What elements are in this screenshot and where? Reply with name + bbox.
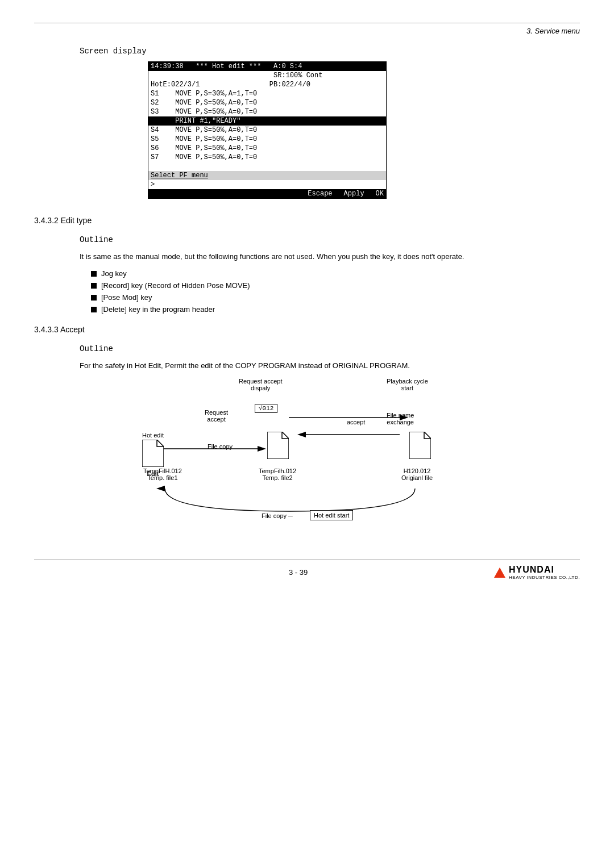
arrow-file-name-exchange — [289, 429, 411, 440]
section-343-title: 3.4.3.3 Accept — [34, 325, 580, 334]
request-accept-display-label: Request acceptdispaly — [239, 378, 282, 391]
ok-label: OK — [376, 190, 384, 198]
page-footer: 3 - 39 HYUNDAI HEAVY INDUSTRIES CO.,LTD. — [34, 565, 580, 580]
apply-label: Apply — [344, 190, 364, 198]
logo-name: HYUNDAI — [509, 565, 554, 574]
screen-row-s5: S5 MOVE P,S=50%,A=0,T=0 — [148, 135, 386, 144]
screen-row-s6: S6 MOVE P,S=50%,A=0,T=0 — [148, 144, 386, 153]
request-accept-label: Requestaccept — [205, 409, 228, 423]
arrow-bottom-curve — [154, 483, 426, 517]
arrow-file-copy1 — [164, 443, 269, 454]
temp1-file-icon — [267, 432, 289, 459]
bullet-text-record: [Record] key (Record of Hidden Pose MOVE… — [101, 281, 250, 290]
bullet-item-record: [Record] key (Record of Hidden Pose MOVE… — [91, 281, 580, 290]
svg-marker-4 — [258, 446, 266, 452]
screen-display-label: Screen display — [80, 47, 580, 56]
escape-label: Escape — [308, 190, 332, 198]
original-file-icon — [409, 432, 431, 459]
screen-row-s3: S3 MOVE P,S=50%,A=0,T=0 — [148, 107, 386, 116]
bullet-item-delete: [Delete] key in the program header — [91, 305, 580, 314]
logo-area: HYUNDAI HEAVY INDUSTRIES CO.,LTD. — [494, 565, 580, 580]
bullet-item-pose: [Pose Mod] key — [91, 293, 580, 302]
screen-row-2: HotE:022/3/1 PB:022/4/0 — [148, 80, 386, 89]
bullet-square-delete — [91, 307, 97, 312]
hot-edit-label: Hot edit — [142, 432, 164, 439]
screen-row-print: PRINT #1,"READY" — [148, 116, 386, 126]
bullet-square-pose — [91, 295, 97, 301]
outline-343-label: Outline — [80, 344, 580, 353]
svg-marker-9 — [156, 486, 165, 491]
screen-row-s4: S4 MOVE P,S=50%,A=0,T=0 — [148, 126, 386, 135]
original-bottom-label: H120.012Origianl file — [401, 468, 433, 481]
screen-row-1: SR:100% Cont — [148, 71, 386, 80]
bullet-square-record — [91, 283, 97, 289]
bullet-text-pose: [Pose Mod] key — [101, 293, 152, 302]
bullet-text-delete: [Delete] key in the program header — [101, 305, 215, 314]
section-342-body: It is same as the manual mode, but the f… — [80, 251, 580, 262]
section-343-body: For the safety in Hot Edit, Permit the e… — [80, 360, 580, 372]
screen-row-s7: S7 MOVE P,S=50%,A=0,T=0 — [148, 153, 386, 162]
bullet-square-jog — [91, 271, 97, 277]
original-group — [409, 432, 431, 461]
hot-edit-file-icon — [142, 440, 164, 467]
temp2-bottom-label: TempFilh.012Temp. file2 — [259, 468, 296, 481]
svg-marker-2 — [409, 432, 431, 459]
file-copy2-label: File copy ─ — [262, 512, 293, 519]
svg-marker-8 — [400, 415, 408, 420]
temp1-group — [267, 432, 289, 461]
screen-row-blank — [148, 162, 386, 171]
screen-row-s2: S2 MOVE P,S=50%,A=0,T=0 — [148, 98, 386, 107]
diagram: Hot edit Edit Request acceptdispaly — [108, 378, 506, 542]
top-rule — [34, 23, 580, 23]
bullet-item-jog: Jog key — [91, 269, 580, 278]
screen-row-s1: S1 MOVE P,S=30%,A=1,T=0 — [148, 89, 386, 98]
arrow-accept — [289, 412, 411, 423]
svg-marker-6 — [297, 432, 306, 437]
logo-text-group: HYUNDAI HEAVY INDUSTRIES CO.,LTD. — [509, 565, 580, 580]
playback-cycle-label: Playback cyclestart — [387, 378, 428, 391]
v012-box: √012 — [255, 404, 277, 413]
temp1-bottom-label: TempFilH.012Temp. file1 — [143, 468, 182, 481]
screen-row-0: 14:39:38 *** Hot edit *** A:0 S:4 — [148, 62, 386, 71]
screen-bottom-bar: Escape Apply OK — [148, 189, 386, 198]
hot-edit-start-box: Hot edit start — [310, 510, 353, 520]
screen-mockup: 14:39:38 *** Hot edit *** A:0 S:4 SR:100… — [148, 61, 387, 199]
page: 3. Service menu Screen display 14:39:38 … — [0, 0, 614, 614]
screen-row-prompt: > — [148, 180, 386, 189]
section-header: 3. Service menu — [34, 27, 580, 35]
svg-marker-0 — [142, 440, 164, 467]
outline-342-label: Outline — [80, 235, 580, 244]
bullet-text-jog: Jog key — [101, 269, 127, 278]
bullet-list-342: Jog key [Record] key (Record of Hidden P… — [91, 269, 580, 314]
page-number: 3 - 39 — [289, 568, 308, 577]
section-342-title: 3.4.3.2 Edit type — [34, 216, 580, 225]
screen-row-select: Select PF menu — [148, 171, 386, 180]
logo-sub: HEAVY INDUSTRIES CO.,LTD. — [509, 575, 580, 580]
logo-triangle-icon — [494, 567, 505, 578]
svg-marker-1 — [267, 432, 289, 459]
bottom-rule — [34, 560, 580, 560]
